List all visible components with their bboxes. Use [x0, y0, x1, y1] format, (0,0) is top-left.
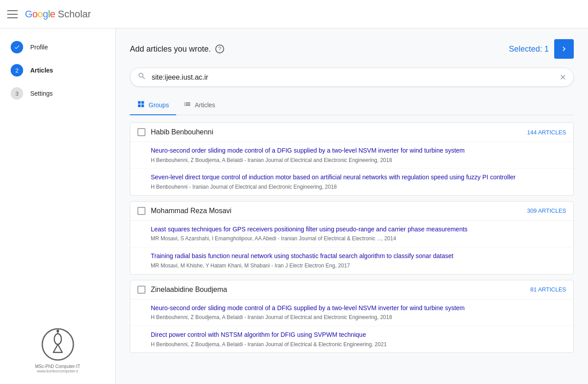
group-card-1: Mohammad Reza Mosavi 309 ARTICLES Least … [130, 201, 574, 275]
group-name-1: Mohammad Reza Mosavi [151, 207, 522, 215]
article-meta-0-0: H Benbouhenni, Z Boudjema, A Belaidi - I… [151, 157, 392, 163]
article-title-1-0[interactable]: Least squares techniques for GPS receive… [151, 225, 566, 234]
article-title-2-0[interactable]: Neuro-second order sliding mode control … [151, 304, 566, 313]
sidebar-item-articles-label: Articles [30, 67, 53, 74]
profile-badge [11, 41, 23, 53]
group-checkbox-0[interactable] [137, 128, 145, 136]
article-item: Direct power control with NSTSM algorith… [130, 326, 573, 352]
article-meta-1-1: MR Mosavi, M Khishe, Y Hatam Khani, M Sh… [151, 263, 350, 269]
next-button[interactable] [554, 39, 574, 59]
selected-count-text: Selected: 1 [509, 44, 549, 54]
article-item: Neuro-second order sliding mode control … [130, 142, 573, 169]
tab-groups-label: Groups [149, 101, 169, 109]
brand-logo-text: MSc-PhD Computer-IT [35, 364, 81, 369]
add-articles-text: Add articles you wrote. [130, 44, 211, 54]
tabs: Groups Articles [130, 96, 574, 115]
sidebar-logo: MSc-PhD Computer-IT www.konkurcomputer.i… [0, 316, 115, 384]
group-header-2: Zinelaabidine Boudjema 81 ARTICLES [130, 280, 573, 299]
logo: Google Scholar [25, 8, 91, 20]
logo-scholar-text: Scholar [58, 8, 91, 20]
articles-tab-icon [183, 100, 191, 110]
sidebar-item-settings-label: Settings [30, 90, 53, 97]
search-clear-icon[interactable]: ✕ [560, 73, 566, 82]
group-checkbox-2[interactable] [137, 286, 145, 294]
settings-badge: 3 [11, 87, 23, 100]
tab-articles[interactable]: Articles [176, 96, 222, 115]
article-meta-2-0: H Benbouhenni, Z Boudjema, A Belaidi - I… [151, 314, 392, 320]
search-icon [137, 72, 146, 83]
sidebar-item-settings[interactable]: 3 Settings [0, 82, 115, 105]
article-title-1-1[interactable]: Training radial basis function neural ne… [151, 252, 566, 261]
help-icon[interactable]: ? [215, 44, 224, 53]
group-count-0: 144 ARTICLES [527, 129, 566, 136]
article-item: Least squares techniques for GPS receive… [130, 221, 573, 247]
article-meta-0-1: H Benbouhenni - Iranian Journal of Elect… [151, 184, 337, 190]
svg-point-6 [56, 330, 59, 332]
article-meta-2-1: H Benbouhenni, Z Boudjema, A Belaidi - I… [151, 341, 387, 348]
group-name-0: Habib Benbouhenni [151, 128, 522, 136]
arrow-right-icon [560, 44, 568, 53]
brand-logo-icon [40, 327, 76, 362]
brand-logo-url: www.konkurcomputer.ir [37, 369, 78, 373]
group-header-1: Mohammad Reza Mosavi 309 ARTICLES [130, 202, 573, 221]
search-bar: ✕ [130, 68, 574, 87]
menu-icon[interactable] [7, 10, 18, 18]
search-input[interactable] [152, 73, 560, 81]
article-title-2-1[interactable]: Direct power control with NSTSM algorith… [151, 331, 566, 340]
group-card-0: Habib Benbouhenni 144 ARTICLES Neuro-sec… [130, 122, 574, 196]
tab-articles-label: Articles [195, 101, 215, 109]
layout: Profile 2 Articles 3 Settings [0, 28, 588, 384]
group-checkbox-1[interactable] [137, 207, 145, 215]
top-bar-left: Add articles you wrote. ? [130, 44, 224, 54]
group-name-2: Zinelaabidine Boudjema [151, 286, 525, 294]
header: Google Scholar [0, 0, 588, 28]
tab-groups[interactable]: Groups [130, 96, 176, 115]
articles-badge: 2 [11, 64, 23, 77]
group-count-2: 81 ARTICLES [530, 286, 566, 293]
article-item: Training radial basis function neural ne… [130, 247, 573, 274]
sidebar-item-articles[interactable]: 2 Articles [0, 59, 115, 82]
svg-line-2 [53, 344, 58, 352]
group-count-1: 309 ARTICLES [527, 207, 566, 214]
group-header-0: Habib Benbouhenni 144 ARTICLES [130, 123, 573, 142]
article-item: Neuro-second order sliding mode control … [130, 299, 573, 326]
article-title-0-1[interactable]: Seven-level direct torque control of ind… [151, 173, 566, 182]
article-title-0-0[interactable]: Neuro-second order sliding mode control … [151, 146, 566, 155]
group-card-2: Zinelaabidine Boudjema 81 ARTICLES Neuro… [130, 280, 574, 353]
groups-tab-icon [137, 100, 145, 110]
sidebar-item-profile-label: Profile [30, 44, 48, 51]
main-content: Add articles you wrote. ? Selected: 1 [116, 28, 588, 384]
svg-point-1 [54, 334, 61, 344]
sidebar-item-profile[interactable]: Profile [0, 36, 115, 59]
groups-list: Habib Benbouhenni 144 ARTICLES Neuro-sec… [130, 122, 574, 353]
article-item: Seven-level direct torque control of ind… [130, 169, 573, 195]
top-bar: Add articles you wrote. ? Selected: 1 [130, 39, 574, 59]
logo-google-text: Google [25, 8, 55, 20]
sidebar: Profile 2 Articles 3 Settings [0, 28, 116, 384]
svg-line-3 [58, 344, 62, 352]
top-bar-right: Selected: 1 [509, 39, 574, 59]
article-meta-1-0: MR Mosavi, S Azarshahi, I Emamgholipour,… [151, 235, 396, 242]
